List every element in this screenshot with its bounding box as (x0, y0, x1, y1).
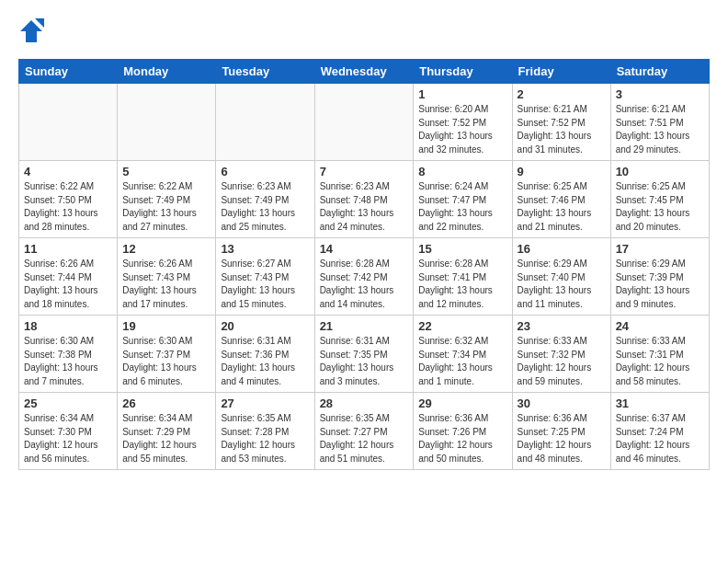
day-number: 16 (518, 242, 606, 256)
day-info: Sunrise: 6:23 AM Sunset: 7:48 PM Dayligh… (320, 180, 409, 234)
calendar-cell: 25Sunrise: 6:34 AM Sunset: 7:30 PM Dayli… (19, 393, 118, 470)
day-info: Sunrise: 6:36 AM Sunset: 7:25 PM Dayligh… (518, 412, 606, 465)
day-info: Sunrise: 6:29 AM Sunset: 7:40 PM Dayligh… (518, 258, 606, 311)
calendar-cell: 10Sunrise: 6:25 AM Sunset: 7:45 PM Dayli… (610, 161, 709, 238)
day-info: Sunrise: 6:29 AM Sunset: 7:39 PM Dayligh… (616, 258, 704, 311)
day-info: Sunrise: 6:24 AM Sunset: 7:47 PM Dayligh… (418, 180, 506, 234)
day-number: 17 (616, 242, 704, 256)
day-info: Sunrise: 6:32 AM Sunset: 7:34 PM Dayligh… (418, 335, 506, 388)
calendar-cell: 26Sunrise: 6:34 AM Sunset: 7:29 PM Dayli… (118, 393, 216, 470)
day-number: 24 (616, 319, 704, 333)
day-info: Sunrise: 6:33 AM Sunset: 7:31 PM Dayligh… (616, 335, 704, 388)
calendar-cell: 13Sunrise: 6:27 AM Sunset: 7:43 PM Dayli… (216, 238, 314, 316)
calendar-cell: 5Sunrise: 6:22 AM Sunset: 7:49 PM Daylig… (118, 161, 216, 238)
calendar-cell: 12Sunrise: 6:26 AM Sunset: 7:43 PM Dayli… (118, 238, 216, 316)
calendar-cell: 27Sunrise: 6:35 AM Sunset: 7:28 PM Dayli… (216, 393, 314, 470)
day-number: 4 (24, 165, 112, 178)
calendar-table: SundayMondayTuesdayWednesdayThursdayFrid… (18, 59, 710, 470)
calendar-cell: 30Sunrise: 6:36 AM Sunset: 7:25 PM Dayli… (512, 393, 610, 470)
day-info: Sunrise: 6:35 AM Sunset: 7:27 PM Dayligh… (320, 412, 409, 465)
weekday-header-tuesday: Tuesday (216, 60, 314, 84)
day-info: Sunrise: 6:22 AM Sunset: 7:49 PM Dayligh… (122, 180, 210, 234)
day-info: Sunrise: 6:30 AM Sunset: 7:37 PM Dayligh… (122, 335, 210, 388)
calendar-week-row-3: 11Sunrise: 6:26 AM Sunset: 7:44 PM Dayli… (19, 238, 710, 316)
calendar-cell: 29Sunrise: 6:36 AM Sunset: 7:26 PM Dayli… (414, 393, 512, 470)
day-number: 29 (418, 396, 506, 410)
day-number: 9 (518, 165, 606, 178)
day-number: 19 (122, 319, 210, 333)
weekday-header-wednesday: Wednesday (314, 60, 414, 84)
day-number: 21 (320, 319, 409, 333)
day-number: 22 (418, 319, 506, 333)
day-info: Sunrise: 6:34 AM Sunset: 7:30 PM Dayligh… (24, 412, 112, 465)
calendar-cell: 24Sunrise: 6:33 AM Sunset: 7:31 PM Dayli… (610, 316, 709, 393)
day-number: 26 (122, 396, 210, 410)
logo (18, 18, 48, 44)
day-number: 8 (418, 165, 506, 178)
day-info: Sunrise: 6:22 AM Sunset: 7:50 PM Dayligh… (24, 180, 112, 234)
day-number: 31 (616, 396, 704, 410)
calendar-cell: 18Sunrise: 6:30 AM Sunset: 7:38 PM Dayli… (19, 316, 118, 393)
day-info: Sunrise: 6:35 AM Sunset: 7:28 PM Dayligh… (221, 412, 309, 465)
logo-icon (18, 18, 44, 44)
day-number: 2 (518, 87, 606, 101)
day-info: Sunrise: 6:26 AM Sunset: 7:44 PM Dayligh… (24, 258, 112, 311)
calendar-cell: 11Sunrise: 6:26 AM Sunset: 7:44 PM Dayli… (19, 238, 118, 316)
calendar-cell (314, 84, 414, 161)
day-number: 11 (24, 242, 112, 256)
calendar-cell (118, 84, 216, 161)
day-info: Sunrise: 6:31 AM Sunset: 7:36 PM Dayligh… (221, 335, 309, 388)
calendar-cell: 1Sunrise: 6:20 AM Sunset: 7:52 PM Daylig… (414, 84, 512, 161)
day-number: 13 (221, 242, 309, 256)
day-info: Sunrise: 6:28 AM Sunset: 7:42 PM Dayligh… (320, 258, 409, 311)
calendar-cell: 23Sunrise: 6:33 AM Sunset: 7:32 PM Dayli… (512, 316, 610, 393)
calendar-cell: 20Sunrise: 6:31 AM Sunset: 7:36 PM Dayli… (216, 316, 314, 393)
day-info: Sunrise: 6:31 AM Sunset: 7:35 PM Dayligh… (320, 335, 409, 388)
weekday-header-sunday: Sunday (19, 60, 118, 84)
calendar-cell: 8Sunrise: 6:24 AM Sunset: 7:47 PM Daylig… (414, 161, 512, 238)
day-number: 23 (518, 319, 606, 333)
day-info: Sunrise: 6:33 AM Sunset: 7:32 PM Dayligh… (518, 335, 606, 388)
weekday-header-row: SundayMondayTuesdayWednesdayThursdayFrid… (19, 60, 710, 84)
day-number: 18 (24, 319, 112, 333)
day-info: Sunrise: 6:21 AM Sunset: 7:52 PM Dayligh… (518, 103, 606, 156)
day-info: Sunrise: 6:25 AM Sunset: 7:45 PM Dayligh… (616, 180, 704, 234)
calendar-cell: 16Sunrise: 6:29 AM Sunset: 7:40 PM Dayli… (512, 238, 610, 316)
calendar-cell: 17Sunrise: 6:29 AM Sunset: 7:39 PM Dayli… (610, 238, 709, 316)
day-number: 12 (122, 242, 210, 256)
weekday-header-saturday: Saturday (610, 60, 709, 84)
day-info: Sunrise: 6:25 AM Sunset: 7:46 PM Dayligh… (518, 180, 606, 234)
calendar-cell: 3Sunrise: 6:21 AM Sunset: 7:51 PM Daylig… (610, 84, 709, 161)
day-number: 30 (518, 396, 606, 410)
calendar-cell: 15Sunrise: 6:28 AM Sunset: 7:41 PM Dayli… (414, 238, 512, 316)
day-number: 15 (418, 242, 506, 256)
calendar-week-row-1: 1Sunrise: 6:20 AM Sunset: 7:52 PM Daylig… (19, 84, 710, 161)
day-number: 27 (221, 396, 309, 410)
day-info: Sunrise: 6:23 AM Sunset: 7:49 PM Dayligh… (221, 180, 309, 234)
weekday-header-monday: Monday (118, 60, 216, 84)
calendar-cell: 6Sunrise: 6:23 AM Sunset: 7:49 PM Daylig… (216, 161, 314, 238)
calendar-week-row-4: 18Sunrise: 6:30 AM Sunset: 7:38 PM Dayli… (19, 316, 710, 393)
day-info: Sunrise: 6:37 AM Sunset: 7:24 PM Dayligh… (616, 412, 704, 465)
day-info: Sunrise: 6:34 AM Sunset: 7:29 PM Dayligh… (122, 412, 210, 465)
day-number: 6 (221, 165, 309, 178)
weekday-header-thursday: Thursday (414, 60, 512, 84)
day-number: 25 (24, 396, 112, 410)
day-info: Sunrise: 6:26 AM Sunset: 7:43 PM Dayligh… (122, 258, 210, 311)
day-number: 28 (320, 396, 409, 410)
day-number: 14 (320, 242, 409, 256)
calendar-cell: 22Sunrise: 6:32 AM Sunset: 7:34 PM Dayli… (414, 316, 512, 393)
calendar-cell: 28Sunrise: 6:35 AM Sunset: 7:27 PM Dayli… (314, 393, 414, 470)
day-info: Sunrise: 6:20 AM Sunset: 7:52 PM Dayligh… (418, 103, 506, 156)
day-info: Sunrise: 6:30 AM Sunset: 7:38 PM Dayligh… (24, 335, 112, 388)
day-number: 10 (616, 165, 704, 178)
calendar-cell (216, 84, 314, 161)
calendar-cell: 9Sunrise: 6:25 AM Sunset: 7:46 PM Daylig… (512, 161, 610, 238)
calendar-cell: 7Sunrise: 6:23 AM Sunset: 7:48 PM Daylig… (314, 161, 414, 238)
day-number: 7 (320, 165, 409, 178)
calendar-week-row-5: 25Sunrise: 6:34 AM Sunset: 7:30 PM Dayli… (19, 393, 710, 470)
page-header (18, 18, 710, 44)
svg-marker-0 (20, 20, 42, 42)
day-info: Sunrise: 6:36 AM Sunset: 7:26 PM Dayligh… (418, 412, 506, 465)
calendar-cell: 4Sunrise: 6:22 AM Sunset: 7:50 PM Daylig… (19, 161, 118, 238)
